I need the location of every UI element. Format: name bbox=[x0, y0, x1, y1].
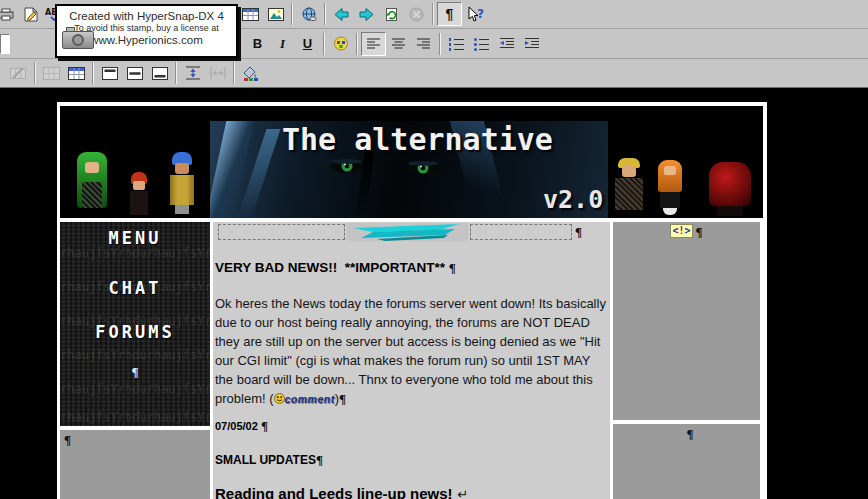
comment-link[interactable]: comment bbox=[285, 393, 335, 405]
next-news-item[interactable]: Reading and Leeds line-up news!↵ bbox=[215, 485, 468, 499]
align-top-icon[interactable] bbox=[97, 61, 122, 85]
show-formatting-button[interactable]: ¶ bbox=[437, 2, 462, 26]
banner: The alternative v2.0 bbox=[60, 106, 763, 218]
insert-table-icon[interactable] bbox=[238, 2, 263, 26]
pilcrow-mark: ¶ bbox=[575, 224, 582, 240]
numbered-list-button[interactable] bbox=[444, 32, 469, 56]
toolbar-separator bbox=[34, 62, 36, 84]
back-icon[interactable] bbox=[329, 2, 354, 26]
banner-image: The alternative v2.0 bbox=[210, 121, 608, 218]
smiley-icon bbox=[274, 391, 285, 406]
site-title: The alternative bbox=[282, 122, 553, 157]
news-paragraph[interactable]: Ok heres the News today the forums serve… bbox=[215, 294, 608, 409]
distribute-rows-icon[interactable] bbox=[180, 61, 205, 85]
editor-window: ABC ¶ ? bbox=[0, 0, 868, 499]
toolbar-separator bbox=[233, 62, 235, 84]
toolbar-separator bbox=[432, 3, 434, 25]
bold-button[interactable]: B bbox=[245, 32, 270, 56]
tables-toolbar bbox=[0, 59, 868, 88]
toolbar-separator bbox=[356, 33, 358, 55]
underline-button[interactable]: U bbox=[295, 32, 320, 56]
sidebar-item-menu[interactable]: MENU bbox=[60, 228, 210, 248]
increase-indent-button[interactable] bbox=[519, 32, 544, 56]
refresh-icon[interactable] bbox=[379, 2, 404, 26]
eraser-icon bbox=[39, 61, 64, 85]
updates-heading-text: SMALL UPDATES bbox=[215, 453, 316, 467]
toolbar-separator bbox=[92, 62, 94, 84]
updates-heading: SMALL UPDATES¶ bbox=[215, 452, 323, 468]
help-icon[interactable]: ? bbox=[462, 2, 487, 26]
linebreak-mark: ↵ bbox=[458, 487, 469, 499]
align-center-button[interactable] bbox=[386, 32, 411, 56]
stamp-line1: Created with HyperSnap-DX 4 bbox=[57, 10, 236, 22]
content-cell[interactable]: ¶ VERY BAD NEWS!! **IMPORTANT** ¶ Ok her… bbox=[213, 222, 610, 499]
align-left-button[interactable] bbox=[361, 32, 386, 56]
pixel-character-red-hood bbox=[704, 162, 756, 216]
hypersnap-stamp: Created with HyperSnap-DX 4 To avoid thi… bbox=[55, 4, 238, 58]
center-vertically-icon[interactable] bbox=[122, 61, 147, 85]
empty-table-cell[interactable] bbox=[470, 224, 572, 240]
pilcrow-mark: ¶ bbox=[64, 432, 71, 448]
toolbar-separator bbox=[439, 33, 441, 55]
pixel-character-green-girl bbox=[68, 152, 116, 216]
align-bottom-icon[interactable] bbox=[147, 61, 172, 85]
sidebar-bottom-cell[interactable]: ¶ bbox=[60, 430, 210, 499]
texture-text: rhaujfsYrhdurhaujfsYrhdurhaujfsYrhdurhau… bbox=[60, 348, 210, 362]
fill-color-icon[interactable] bbox=[238, 61, 263, 85]
distribute-columns-icon bbox=[205, 61, 230, 85]
pixel-character-orange-hair bbox=[654, 160, 686, 216]
news-heading-text: VERY BAD NEWS!! **IMPORTANT** bbox=[215, 260, 445, 275]
toolbar-separator bbox=[291, 3, 293, 25]
swoosh-logo-cell[interactable] bbox=[347, 223, 468, 241]
pilcrow-icon: ¶ bbox=[446, 6, 454, 22]
decrease-indent-button[interactable] bbox=[494, 32, 519, 56]
camera-icon bbox=[62, 26, 94, 50]
sidebar-nav[interactable]: rhaujfsYrhdurhaujfsYrhdurhaujfsYrhdurhau… bbox=[60, 222, 210, 426]
align-right-button[interactable] bbox=[411, 32, 436, 56]
sidebar-item-chat[interactable]: CHAT bbox=[60, 278, 210, 298]
hyperlink-icon[interactable] bbox=[296, 2, 321, 26]
italic-button[interactable]: I bbox=[270, 32, 295, 56]
draw-table-icon bbox=[6, 61, 31, 85]
pilcrow-mark: ¶ bbox=[316, 452, 323, 467]
news-date-text: 07/05/02 bbox=[215, 420, 258, 432]
underline-label: U bbox=[303, 37, 312, 50]
texture-text: rhaujfsYrhdurhaujfsYrhdurhaujfsYrhdurhau… bbox=[60, 410, 210, 424]
bold-label: B bbox=[253, 37, 262, 50]
forward-icon[interactable] bbox=[354, 2, 379, 26]
print-icon[interactable] bbox=[0, 2, 18, 26]
font-color-icon[interactable] bbox=[328, 32, 353, 56]
html-markup-icon[interactable]: <!> bbox=[670, 224, 692, 238]
pilcrow-mark: ¶ bbox=[696, 224, 703, 240]
toolbar-separator bbox=[324, 3, 326, 25]
pilcrow-mark: ¶ bbox=[261, 418, 268, 433]
bulleted-list-button[interactable] bbox=[469, 32, 494, 56]
pilcrow-mark: ¶ bbox=[687, 426, 694, 442]
toolbar-separator bbox=[175, 62, 177, 84]
right-sidebar-cell[interactable]: <!> ¶ bbox=[613, 222, 760, 420]
site-version: v2.0 bbox=[543, 185, 603, 214]
texture-text: rhaujfsYrhdurhaujfsYrhdurhaujfsYrhdurhau… bbox=[60, 382, 210, 396]
stop-icon bbox=[404, 2, 429, 26]
eye-graphic bbox=[330, 158, 364, 178]
next-news-text: Reading and Leeds line-up news! bbox=[215, 485, 453, 499]
edit-page-icon[interactable] bbox=[18, 2, 43, 26]
insert-table-icon[interactable] bbox=[64, 61, 89, 85]
document-area[interactable]: The alternative v2.0 rhaujfsYrhdurhaujfs… bbox=[0, 88, 868, 499]
pilcrow-mark: ¶ bbox=[449, 260, 456, 275]
news-heading: VERY BAD NEWS!! **IMPORTANT** ¶ bbox=[215, 260, 456, 276]
svg-text:?: ? bbox=[477, 7, 484, 21]
news-body-text: Ok heres the News today the forums serve… bbox=[215, 296, 606, 406]
pixel-character-blond-guy bbox=[612, 158, 646, 216]
italic-label: I bbox=[280, 37, 285, 50]
insert-image-icon[interactable] bbox=[263, 2, 288, 26]
eye-graphic bbox=[406, 160, 440, 180]
news-date: 07/05/02 ¶ bbox=[215, 418, 268, 434]
empty-table-cell[interactable] bbox=[218, 224, 345, 240]
pixel-character-blue-guy bbox=[162, 152, 202, 216]
right-sidebar-bottom-cell[interactable]: ¶ bbox=[613, 424, 760, 499]
font-combo[interactable] bbox=[0, 34, 10, 54]
sidebar-item-forums[interactable]: FORUMS bbox=[60, 322, 210, 342]
pilcrow-mark: ¶ bbox=[339, 391, 346, 406]
pilcrow-mark: ¶ bbox=[60, 364, 210, 380]
